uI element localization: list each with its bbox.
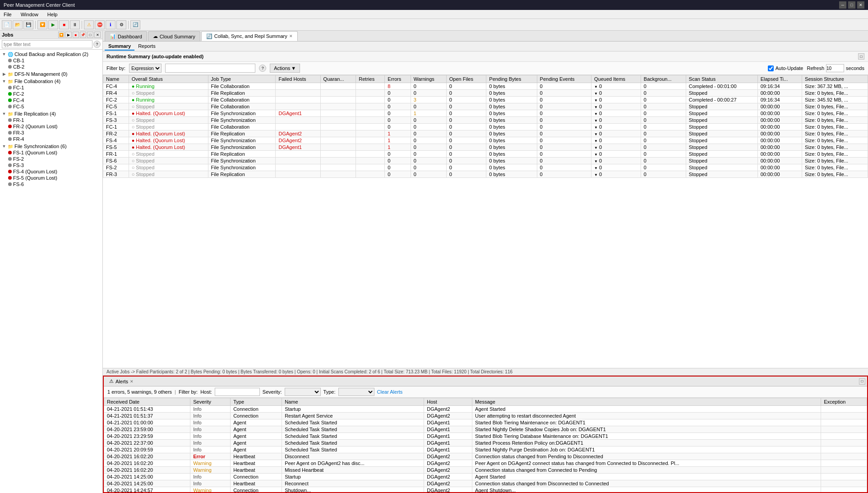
col-scan-status[interactable]: Scan Status bbox=[686, 75, 757, 83]
col-pending-bytes[interactable]: Pending Bytes bbox=[486, 75, 537, 83]
col-name[interactable]: Name bbox=[103, 75, 129, 83]
error-button[interactable]: ⛔ bbox=[95, 20, 105, 29]
table-row[interactable]: FR-4 ○ Stopped File Replication 0 0 0 0 … bbox=[103, 90, 868, 97]
fs6-node[interactable]: FS-6 bbox=[7, 181, 102, 187]
fr3-node[interactable]: FR-3 bbox=[7, 130, 102, 136]
alert-col-name[interactable]: Name bbox=[282, 398, 424, 406]
col-failed-hosts[interactable]: Failed Hosts bbox=[276, 75, 320, 83]
save-button[interactable]: 💾 bbox=[23, 20, 33, 29]
alert-row[interactable]: 04-20-2021 20:09:59 Info Agent Scheduled… bbox=[104, 446, 867, 453]
menu-window[interactable]: Window bbox=[19, 11, 40, 18]
alert-row[interactable]: 04-20-2021 16:02:20 Warning Heartbeat Pe… bbox=[104, 460, 867, 467]
col-queued-items[interactable]: Queued Items bbox=[591, 75, 641, 83]
filter-by-select[interactable]: Expression Name Type Status bbox=[129, 64, 162, 73]
table-row[interactable]: FS-2 ○ Stopped File Synchronization 0 0 … bbox=[103, 164, 868, 171]
fs1-node[interactable]: FS-1 (Quorum Lost) bbox=[7, 149, 102, 156]
alerts-tab-close[interactable]: ✕ bbox=[130, 379, 134, 384]
cb1-node[interactable]: CB-1 bbox=[7, 57, 102, 64]
col-warnings[interactable]: Warnings bbox=[411, 75, 446, 83]
alert-row[interactable]: 04-20-2021 14:25:00 Info Connection Star… bbox=[104, 474, 867, 480]
tab-collab-sync-close[interactable]: ✕ bbox=[289, 34, 293, 38]
tree-node-file-collab-label[interactable]: ▼ 📁 File Collaboration (4) bbox=[1, 78, 102, 84]
col-retries[interactable]: Retries bbox=[356, 75, 385, 83]
stop-button[interactable]: ■ bbox=[59, 20, 69, 29]
alert-row[interactable]: 04-20-2021 14:25:00 Info Heartbeat Recon… bbox=[104, 480, 867, 487]
alert-col-severity[interactable]: Severity bbox=[190, 398, 231, 406]
data-table-container[interactable]: Name Overall Status Job Type Failed Host… bbox=[103, 75, 868, 368]
table-row[interactable]: FR-3 ○ Stopped File Replication 0 0 0 0 … bbox=[103, 171, 868, 178]
refresh-input[interactable] bbox=[826, 64, 844, 72]
alert-row[interactable]: 04-20-2021 14:24:57 Warning Connection S… bbox=[104, 487, 867, 493]
alerts-severity-select[interactable]: Info Warning Error bbox=[285, 388, 321, 396]
menu-help[interactable]: Help bbox=[46, 11, 60, 18]
table-row[interactable]: FC-1 ○ Stopped File Collaboration 0 0 0 … bbox=[103, 124, 868, 130]
table-row[interactable]: FC-5 ○ Stopped File Collaboration 0 0 0 … bbox=[103, 103, 868, 110]
fc4-node[interactable]: FC-4 bbox=[7, 97, 102, 103]
alert-col-host[interactable]: Host bbox=[424, 398, 472, 406]
alert-row[interactable]: 04-21-2021 01:51:37 Info Connection Rest… bbox=[104, 413, 867, 419]
alerts-host-input[interactable] bbox=[215, 388, 260, 396]
table-row[interactable]: FS-1 ● Halted. (Quorum Lost) File Synchr… bbox=[103, 110, 868, 117]
filter-button[interactable]: 🔽 bbox=[37, 20, 47, 29]
open-button[interactable]: 📂 bbox=[13, 20, 23, 29]
fr1-node[interactable]: FR-1 bbox=[7, 117, 102, 123]
filter-expression-input[interactable] bbox=[165, 64, 255, 73]
col-open-files[interactable]: Open Files bbox=[446, 75, 486, 83]
alert-row[interactable]: 04-20-2021 16:02:20 Error Heartbeat Disc… bbox=[104, 453, 867, 460]
table-row[interactable]: FS-4 ● Halted. (Quorum Lost) File Synchr… bbox=[103, 137, 868, 144]
minimize-button[interactable]: ─ bbox=[839, 1, 846, 9]
col-session-structure[interactable]: Session Structure bbox=[802, 75, 868, 83]
runtime-maximize-btn[interactable]: □ bbox=[858, 53, 864, 60]
table-row[interactable]: FC-2 ● Running File Collaboration 0 3 0 … bbox=[103, 97, 868, 103]
actions-button[interactable]: Actions ▼ bbox=[270, 64, 300, 73]
jobs-panel-filter-btn[interactable]: 🔽 bbox=[58, 32, 65, 38]
sub-tab-reports[interactable]: Reports bbox=[134, 42, 159, 51]
fs4-node[interactable]: FS-4 (Quorum Lost) bbox=[7, 168, 102, 175]
refresh-button[interactable]: 🔄 bbox=[130, 20, 140, 29]
warning-button[interactable]: ⚠ bbox=[84, 20, 94, 29]
cb2-node[interactable]: CB-2 bbox=[7, 64, 102, 70]
alerts-table-container[interactable]: Received Date Severity Type Name Host Me… bbox=[104, 398, 867, 492]
col-pending-events[interactable]: Pending Events bbox=[537, 75, 591, 83]
tree-node-cloud-backup-label[interactable]: ▼ 🌐 Cloud Backup and Replication (2) bbox=[1, 51, 102, 57]
fs5-node[interactable]: FS-5 (Quorum Lost) bbox=[7, 175, 102, 181]
alerts-maximize-btn[interactable]: □ bbox=[859, 378, 865, 385]
fc5-node[interactable]: FC-5 bbox=[7, 103, 102, 110]
alert-row[interactable]: 04-20-2021 23:29:59 Info Agent Scheduled… bbox=[104, 433, 867, 440]
menu-file[interactable]: File bbox=[2, 11, 14, 18]
table-row[interactable]: FS-3 ○ Stopped File Synchronization 0 0 … bbox=[103, 117, 868, 124]
alert-col-message[interactable]: Message bbox=[472, 398, 821, 406]
fs3-node[interactable]: FS-3 bbox=[7, 162, 102, 168]
auto-update-checkbox[interactable] bbox=[768, 65, 774, 71]
alert-col-date[interactable]: Received Date bbox=[104, 398, 190, 406]
col-quarantine[interactable]: Quaran... bbox=[320, 75, 356, 83]
jobs-filter-input[interactable] bbox=[2, 40, 92, 48]
fr2-node[interactable]: FR-2 (Quorum Lost) bbox=[7, 123, 102, 130]
jobs-panel-detach-btn[interactable]: ✕ bbox=[94, 32, 101, 38]
tab-cloud-summary[interactable]: ☁ Cloud Summary bbox=[148, 31, 200, 41]
jobs-panel-maximize-btn[interactable]: ▶ bbox=[65, 32, 72, 38]
sub-tab-summary[interactable]: Summary bbox=[105, 42, 134, 51]
new-button[interactable]: 📄 bbox=[2, 20, 12, 29]
fs2-node[interactable]: FS-2 bbox=[7, 156, 102, 162]
clear-alerts-link[interactable]: Clear Alerts bbox=[377, 389, 403, 395]
settings-button[interactable]: ⚙ bbox=[116, 20, 126, 29]
tab-collab-sync[interactable]: 🔄 Collab, Sync, and Repl Summary ✕ bbox=[201, 31, 298, 41]
col-overall-status[interactable]: Overall Status bbox=[129, 75, 208, 83]
pause-button[interactable]: ⏸ bbox=[70, 20, 80, 29]
jobs-panel-close-btn[interactable]: □ bbox=[87, 32, 93, 38]
alert-row[interactable]: 04-21-2021 01:51:43 Info Connection Star… bbox=[104, 406, 867, 413]
col-elapsed-time[interactable]: Elapsed Ti... bbox=[757, 75, 802, 83]
alert-col-exception[interactable]: Exception bbox=[821, 398, 867, 406]
tree-node-dfsn-label[interactable]: ▶ 📁 DFS-N Management (0) bbox=[1, 71, 102, 77]
filter-help-btn[interactable]: ? bbox=[259, 65, 266, 72]
fc1-node[interactable]: FC-1 bbox=[7, 84, 102, 91]
table-row[interactable]: FC-4 ● Running File Collaboration 8 0 0 … bbox=[103, 83, 868, 90]
table-row[interactable]: FS-5 ● Halted. (Quorum Lost) File Synchr… bbox=[103, 144, 868, 151]
close-button[interactable]: ✕ bbox=[857, 1, 864, 9]
table-row[interactable]: FR-2 ● Halted. (Quorum Lost) File Replic… bbox=[103, 130, 868, 137]
fr4-node[interactable]: FR-4 bbox=[7, 136, 102, 142]
jobs-panel-pin-btn[interactable]: 📌 bbox=[80, 32, 86, 38]
alert-row[interactable]: 04-21-2021 01:00:00 Info Agent Scheduled… bbox=[104, 419, 867, 426]
tree-node-file-sync-label[interactable]: ▼ 📁 File Synchronization (6) bbox=[1, 143, 102, 149]
